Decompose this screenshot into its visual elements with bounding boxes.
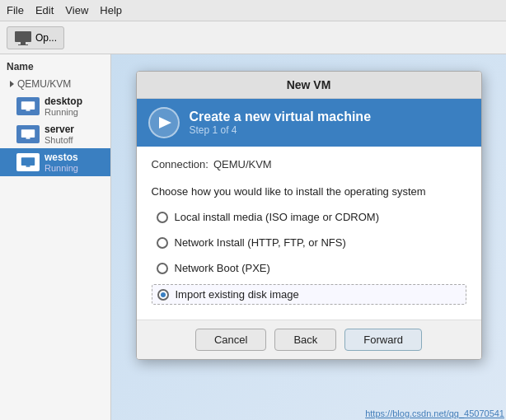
vm-status-server: Shutoff (45, 135, 74, 145)
menu-help[interactable]: Help (100, 4, 122, 16)
radio-circle-local[interactable] (157, 212, 168, 223)
dialog-header-text: Create a new virtual machine Step 1 of 4 (190, 110, 372, 136)
menu-view[interactable]: View (65, 4, 88, 16)
svg-rect-0 (15, 31, 31, 42)
desktop-vm-monitor-icon (21, 100, 35, 112)
dialog-header-subtitle: Step 1 of 4 (190, 124, 372, 136)
toolbar: Op... (0, 21, 506, 54)
watermark: https://blog.csdn.net/qq_45070541 (365, 408, 504, 418)
radio-label-local: Local install media (ISO image or CDROM) (175, 211, 380, 223)
sidebar: Name QEMU/KVM desktop Running (0, 54, 111, 420)
sidebar-item-desktop[interactable]: desktop Running (0, 92, 110, 120)
sidebar-group-label-text: QEMU/KVM (17, 78, 71, 90)
play-icon (155, 115, 173, 130)
vm-name-server: server (45, 124, 74, 135)
dialog-body: Connection: QEMU/KVM Choose how you woul… (137, 147, 481, 320)
main-layout: Name QEMU/KVM desktop Running (0, 54, 506, 420)
sidebar-group[interactable]: QEMU/KVM (0, 76, 110, 92)
connection-row: Connection: QEMU/KVM (152, 158, 466, 170)
vm-status-desktop: Running (45, 107, 82, 117)
radio-circle-network-boot[interactable] (157, 263, 168, 274)
radio-circle-network-install[interactable] (157, 237, 168, 249)
svg-rect-7 (21, 157, 35, 166)
svg-marker-9 (159, 117, 171, 128)
radio-option-local[interactable]: Local install media (ISO image or CDROM) (152, 208, 466, 226)
radio-label-import: Import existing disk image (176, 288, 299, 301)
vm-icon-desktop (16, 97, 40, 115)
vm-text-server: server Shutoff (45, 124, 74, 145)
menubar: File Edit View Help (0, 0, 506, 21)
monitor-icon (14, 30, 32, 45)
back-button[interactable]: Back (274, 329, 336, 351)
sidebar-item-server[interactable]: server Shutoff (0, 120, 110, 148)
sidebar-name-header: Name (0, 58, 110, 76)
radio-label-network-boot: Network Boot (PXE) (175, 262, 270, 274)
content-area: New VM Create a new virtual machine Step… (111, 54, 506, 420)
dialog-title-text: New VM (287, 78, 331, 91)
cancel-button[interactable]: Cancel (195, 329, 266, 351)
vm-name-westos: westos (45, 152, 78, 163)
group-triangle-icon (10, 81, 14, 87)
forward-button[interactable]: Forward (344, 329, 422, 351)
install-question: Choose how you would like to install the… (152, 185, 466, 198)
westos-vm-monitor-icon (21, 156, 35, 168)
toolbar-open-label: Op... (35, 32, 57, 44)
radio-circle-import[interactable] (157, 289, 169, 301)
svg-rect-6 (26, 138, 30, 139)
svg-rect-8 (26, 166, 30, 167)
radio-label-network-install: Network Install (HTTP, FTP, or NFS) (175, 236, 346, 249)
menu-edit[interactable]: Edit (35, 4, 54, 16)
svg-rect-4 (26, 110, 30, 111)
svg-rect-3 (21, 101, 35, 110)
connection-value: QEMU/KVM (213, 158, 272, 170)
svg-rect-2 (18, 44, 28, 45)
new-vm-dialog: New VM Create a new virtual machine Step… (136, 71, 482, 360)
radio-option-network-boot[interactable]: Network Boot (PXE) (152, 259, 466, 278)
sidebar-item-westos[interactable]: westos Running (0, 148, 110, 176)
vm-name-desktop: desktop (45, 96, 82, 107)
watermark-text: https://blog.csdn.net/qq_45070541 (365, 408, 504, 418)
dialog-titlebar: New VM (137, 72, 481, 99)
dialog-header-icon (148, 107, 180, 138)
connection-label: Connection: (152, 158, 208, 170)
svg-rect-1 (21, 42, 26, 44)
dialog-header-title: Create a new virtual machine (190, 110, 372, 124)
vm-icon-server (16, 125, 40, 143)
svg-rect-5 (21, 129, 35, 138)
radio-option-import[interactable]: Import existing disk image (152, 284, 466, 305)
vm-icon-westos (16, 153, 40, 171)
server-vm-monitor-icon (21, 128, 35, 140)
vm-text-desktop: desktop Running (45, 96, 82, 117)
dialog-header: Create a new virtual machine Step 1 of 4 (137, 99, 481, 147)
vm-status-westos: Running (45, 163, 78, 173)
menu-file[interactable]: File (7, 4, 24, 16)
dialog-footer: Cancel Back Forward (137, 320, 481, 359)
radio-option-network-install[interactable]: Network Install (HTTP, FTP, or NFS) (152, 233, 466, 252)
vm-text-westos: westos Running (45, 152, 78, 173)
open-button[interactable]: Op... (7, 26, 64, 49)
